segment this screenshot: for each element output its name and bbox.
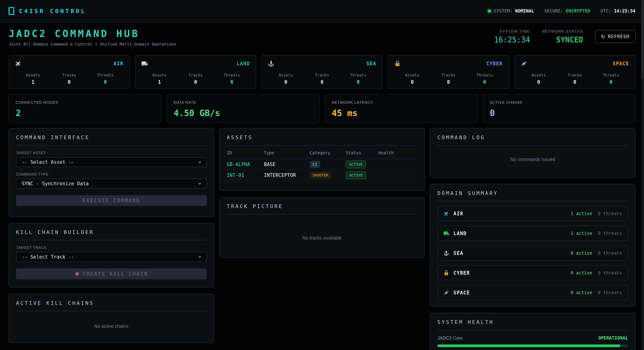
anchor-icon: [443, 250, 449, 256]
domain-name: AIR: [453, 211, 463, 216]
domain-name: SEA: [453, 250, 463, 256]
utc-label: UTC:: [600, 9, 612, 14]
system-status-value: NOMINAL: [515, 9, 534, 14]
threats-label: Threats: [593, 73, 629, 77]
domain-summary-row-sea[interactable]: SEA 0 active0 threats: [437, 246, 628, 261]
system-time-label: SYSTEM TIME: [494, 29, 530, 34]
command-type-select[interactable]: SYNC - Synchronize Data: [16, 179, 207, 189]
active-count: 1 active: [570, 231, 592, 236]
divider: [16, 145, 207, 145]
page-title: JADC2 COMMAND HUB: [8, 28, 176, 39]
domain-card-air[interactable]: AIR Assets1 Tracks0 Threats0: [8, 55, 130, 89]
threats-count: 0: [214, 79, 250, 85]
assets-label: Assets: [268, 73, 304, 77]
domain-card-cyber[interactable]: CYBER Assets0 Tracks0 Threats0: [388, 55, 509, 89]
system-status: SYSTEM: NOMINAL: [488, 9, 534, 14]
topbar-status: SYSTEM: NOMINAL SECURE: ENCRYPTED UTC: 1…: [488, 9, 636, 14]
refresh-icon: ↻: [601, 34, 606, 39]
stat-label: CONNECTED NODES: [16, 100, 154, 105]
stat-label: ACTIVE CHAINS: [490, 100, 628, 105]
assets-label: Assets: [394, 73, 430, 77]
page-subtitle: Joint All-Domain Command & Control • Uni…: [8, 42, 176, 47]
chevron-down-icon: [197, 160, 202, 164]
assets-count: 0: [268, 79, 304, 85]
active-count: 0 active: [570, 290, 592, 295]
active-count: 1 active: [570, 211, 592, 216]
truck-icon: [443, 230, 449, 236]
category-badge: C2: [310, 161, 320, 168]
column-header: Type: [264, 150, 310, 155]
brand: C4ISR CONTROL: [8, 7, 86, 15]
panel-title: SYSTEM HEALTH: [437, 319, 628, 325]
execute-command-label: EXECUTE COMMAND: [82, 198, 140, 203]
divider: [437, 145, 628, 145]
empty-state: No tracks available: [227, 235, 418, 241]
logo-icon: [8, 7, 14, 15]
empty-state: No commands issued: [437, 157, 628, 162]
scrollbar-thumb[interactable]: [642, 0, 644, 78]
column-header: ID: [227, 150, 264, 155]
domain-summary-row-air[interactable]: AIR 1 active0 threats: [437, 206, 628, 221]
anchor-icon: [268, 60, 274, 67]
target-asset-select[interactable]: -- Select Asset --: [16, 157, 207, 167]
health-row: JADC2 Core OPERATIONAL: [437, 335, 628, 341]
column-header: Status: [346, 150, 378, 155]
network-status-label: NETWORK STATUS: [542, 29, 583, 34]
network-status-block: NETWORK STATUS SYNCED: [542, 29, 583, 44]
domain-card-name: SPACE: [613, 61, 629, 66]
domain-card-sea[interactable]: SEA Assets0 Tracks0 Threats0: [262, 55, 382, 89]
lock-icon: [443, 270, 449, 276]
panel-title: COMMAND INTERFACE: [16, 134, 207, 140]
domain-name: LAND: [453, 231, 466, 236]
assets-count: 1: [141, 79, 178, 85]
active-kill-chains-panel: ACTIVE KILL CHAINS No active chains: [8, 294, 214, 343]
domain-card-land[interactable]: LAND Assets1 Tracks0 Threats0: [135, 55, 256, 89]
system-time-block: SYSTEM TIME 16:25:34: [494, 29, 530, 44]
domain-summary-row-space[interactable]: SPACE 0 active0 threats: [437, 285, 628, 300]
domain-cards: AIR Assets1 Tracks0 Threats0 LAND Assets…: [8, 55, 636, 89]
secure-status-value: ENCRYPTED: [566, 9, 590, 14]
lock-icon: [394, 60, 401, 67]
execute-command-button[interactable]: EXECUTE COMMAND: [16, 195, 207, 206]
right-column: COMMAND LOG No commands issued DOMAIN SU…: [430, 128, 636, 350]
tracks-count: 0: [557, 79, 593, 85]
stat-network-latency: NETWORK LATENCY 45 ms: [324, 94, 478, 123]
asset-id: INT-01: [227, 172, 264, 178]
target-track-select[interactable]: -- Select Track --: [16, 252, 207, 262]
domain-summary-row-land[interactable]: LAND 1 active0 threats: [437, 226, 628, 241]
tracks-label: Tracks: [51, 73, 87, 77]
target-icon: [74, 271, 80, 276]
stat-connected-nodes: CONNECTED NODES 2: [8, 94, 161, 123]
topbar: C4ISR CONTROL SYSTEM: NOMINAL SECURE: EN…: [0, 0, 644, 22]
table-row[interactable]: INT-01 INTERCEPTOR SHOOTER ACTIVE: [227, 170, 418, 181]
scrollbar[interactable]: [641, 0, 644, 350]
network-status-value: SYNCED: [542, 36, 583, 44]
health-progress-bar: [437, 344, 628, 347]
stat-value: 45 ms: [332, 108, 470, 118]
divider: [16, 240, 207, 240]
target-asset-value: -- Select Asset --: [22, 159, 74, 165]
system-time-value: 16:25:34: [494, 36, 530, 44]
threats-count: 0: [87, 79, 123, 85]
tracks-count: 0: [178, 79, 214, 85]
create-kill-chain-button[interactable]: CREATE KILL CHAIN: [16, 268, 207, 279]
table-row[interactable]: GB-ALPHA BASE C2 ACTIVE: [227, 159, 418, 170]
domain-name: CYBER: [453, 270, 470, 276]
tracks-label: Tracks: [304, 73, 340, 77]
refresh-label: REFRESH: [608, 34, 630, 39]
plane-icon: [15, 60, 22, 67]
domain-summary-row-cyber[interactable]: CYBER 0 active0 threats: [437, 265, 628, 280]
stat-value: 2: [16, 108, 154, 118]
threat-count: 0 threats: [598, 290, 622, 295]
tracks-count: 0: [430, 79, 466, 85]
component-status: OPERATIONAL: [598, 335, 628, 341]
domain-card-name: AIR: [114, 61, 123, 66]
stat-value: 4.50 GB/s: [174, 108, 312, 118]
refresh-button[interactable]: ↻ REFRESH: [595, 30, 636, 43]
asset-type: BASE: [264, 161, 310, 167]
kill-chain-builder-panel: KILL CHAIN BUILDER TARGET TRACK -- Selec…: [8, 223, 214, 287]
app-title: C4ISR CONTROL: [19, 8, 86, 14]
status-dot-icon: [488, 9, 491, 13]
domain-card-space[interactable]: SPACE Assets0 Tracks0 Threats0: [514, 55, 636, 89]
threats-label: Threats: [340, 73, 376, 77]
